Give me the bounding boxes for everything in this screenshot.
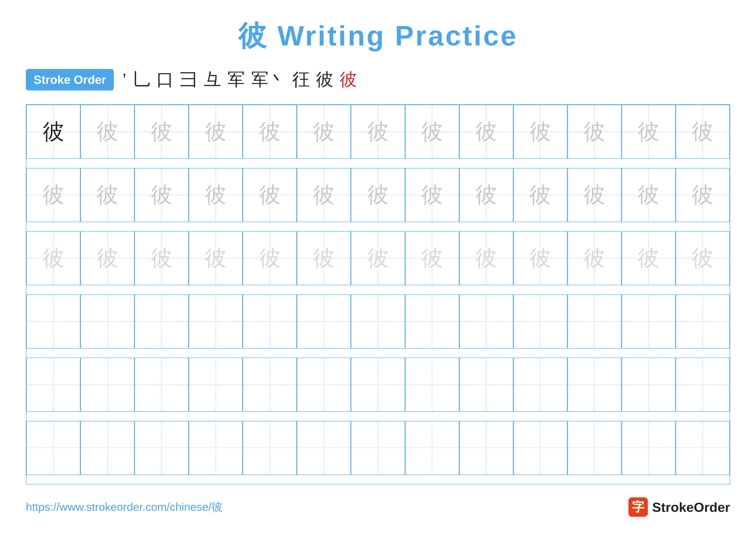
grid-cell: 彼 xyxy=(134,294,189,348)
grid-cell: 彼 xyxy=(189,168,243,222)
footer-logo: 字 StrokeOrder xyxy=(629,497,730,517)
stroke-3: 口 xyxy=(156,68,174,91)
grid-cell: 彼 xyxy=(513,168,567,222)
grid-cell: 彼 xyxy=(513,294,567,348)
stroke-7: 军丶 xyxy=(251,68,286,91)
grid-cell: 彼 xyxy=(134,421,189,475)
grid-cell: 彼 xyxy=(622,168,676,222)
grid-cell: 彼 xyxy=(459,358,513,412)
grid-cell: 彼 xyxy=(189,105,243,159)
stroke-sequence: ’ ⺃ 口 彐 彑 军 军丶 彺 彼 彼 xyxy=(122,68,357,91)
grid-cell: 彼 xyxy=(622,358,676,412)
grid-cell: 彼 xyxy=(134,358,189,412)
grid-cell: 彼 xyxy=(405,421,459,475)
grid-cell: 彼 xyxy=(513,231,567,285)
grid-cell: 彼 xyxy=(243,168,297,222)
grid-cell: 彼 xyxy=(405,294,459,348)
grid-cell: 彼 xyxy=(26,358,80,412)
footer-logo-text: StrokeOrder xyxy=(652,499,730,515)
grid-cell: 彼 xyxy=(622,231,676,285)
grid-cell: 彼 xyxy=(676,358,730,412)
grid-cell: 彼 xyxy=(26,168,80,222)
grid-cell: 彼 xyxy=(243,358,297,412)
footer-url: https://www.strokeorder.com/chinese/彼 xyxy=(26,499,223,515)
grid-cell: 彼 xyxy=(189,421,243,475)
grid-cell: 彼 xyxy=(351,168,405,222)
grid-cell: 彼 xyxy=(567,358,622,412)
grid-cell: 彼 xyxy=(26,421,80,475)
grid-cell: 彼 xyxy=(676,105,730,159)
grid-cell: 彼 xyxy=(405,231,459,285)
stroke-10: 彼 xyxy=(339,68,357,91)
grid-cell: 彼 xyxy=(351,358,405,412)
stroke-1: ’ xyxy=(122,70,126,89)
grid-cell: 彼 xyxy=(351,294,405,348)
grid-cell: 彼 xyxy=(134,105,189,159)
grid-cell: 彼 xyxy=(513,358,567,412)
grid-cell: 彼 xyxy=(459,168,513,222)
grid-cell: 彼 xyxy=(243,231,297,285)
page-title: 彼 Writing Practice xyxy=(238,17,518,55)
grid-cell: 彼 xyxy=(134,231,189,285)
grid-cell: 彼 xyxy=(622,105,676,159)
grid-cell: 彼 xyxy=(189,358,243,412)
grid-cell: 彼 xyxy=(567,168,622,222)
grid-cell: 彼 xyxy=(459,421,513,475)
grid-cell: 彼 xyxy=(26,294,80,348)
grid-cell: 彼 xyxy=(297,421,351,475)
stroke-order-row: Stroke Order ’ ⺃ 口 彐 彑 军 军丶 彺 彼 彼 xyxy=(26,68,730,91)
footer: https://www.strokeorder.com/chinese/彼 字 … xyxy=(26,497,730,517)
grid-cell: 彼 xyxy=(80,231,134,285)
grid-cell: 彼 xyxy=(567,421,622,475)
grid-cell: 彼 xyxy=(351,105,405,159)
grid-cell: 彼 xyxy=(676,168,730,222)
grid-cell: 彼 xyxy=(567,294,622,348)
grid-cell: 彼 xyxy=(80,168,134,222)
grid-cell: 彼 xyxy=(622,294,676,348)
stroke-order-badge: Stroke Order xyxy=(26,69,114,90)
stroke-5: 彑 xyxy=(204,68,221,91)
grid-cell: 彼 xyxy=(243,105,297,159)
grid-cell: 彼 xyxy=(405,168,459,222)
page: 彼 Writing Practice Stroke Order ’ ⺃ 口 彐 … xyxy=(0,0,756,534)
grid-cell: 彼 xyxy=(26,231,80,285)
grid-cell: 彼 xyxy=(567,231,622,285)
grid-cell: 彼 xyxy=(459,105,513,159)
grid-cell: 彼 xyxy=(513,105,567,159)
grid-cell: 彼 xyxy=(80,358,134,412)
grid-cell: 彼 xyxy=(513,421,567,475)
grid-cell: 彼 xyxy=(351,421,405,475)
grid-cell: 彼 xyxy=(80,105,134,159)
grid-cell: 彼 xyxy=(243,294,297,348)
stroke-4: 彐 xyxy=(180,68,198,91)
grid-cell: 彼 xyxy=(134,168,189,222)
grid-cell: 彼 xyxy=(676,294,730,348)
grid-cell: 彼 xyxy=(351,231,405,285)
grid-cell: 彼 xyxy=(297,105,351,159)
grid-cell: 彼 xyxy=(459,294,513,348)
grid-cell: 彼 xyxy=(567,105,622,159)
grid-cell: 彼 xyxy=(80,294,134,348)
grid-cell: 彼 xyxy=(297,358,351,412)
grid-cell: 彼 xyxy=(459,231,513,285)
stroke-6: 军 xyxy=(228,68,245,91)
grid-cell: 彼 xyxy=(189,231,243,285)
footer-logo-icon: 字 xyxy=(629,497,648,517)
grid-cell: 彼 xyxy=(405,358,459,412)
stroke-9: 彼 xyxy=(316,68,333,91)
grid-cell: 彼 xyxy=(297,168,351,222)
grid-cell: 彼 xyxy=(297,294,351,348)
grid-cell: 彼 xyxy=(243,421,297,475)
grid-cell: 彼 xyxy=(622,421,676,475)
grid-cell: 彼 xyxy=(405,105,459,159)
stroke-8: 彺 xyxy=(292,68,310,91)
grid-cell: 彼 xyxy=(189,294,243,348)
grid-cell: 彼 xyxy=(297,231,351,285)
grid-cell: 彼 xyxy=(676,231,730,285)
grid-cell: 彼 xyxy=(80,421,134,475)
practice-grid: 彼彼彼彼彼彼彼彼彼彼彼彼彼彼彼彼彼彼彼彼彼彼彼彼彼彼彼彼彼彼彼彼彼彼彼彼彼彼彼彼… xyxy=(26,104,730,484)
grid-cell: 彼 xyxy=(26,105,80,159)
stroke-2: ⺃ xyxy=(133,68,150,91)
grid-cell: 彼 xyxy=(676,421,730,475)
